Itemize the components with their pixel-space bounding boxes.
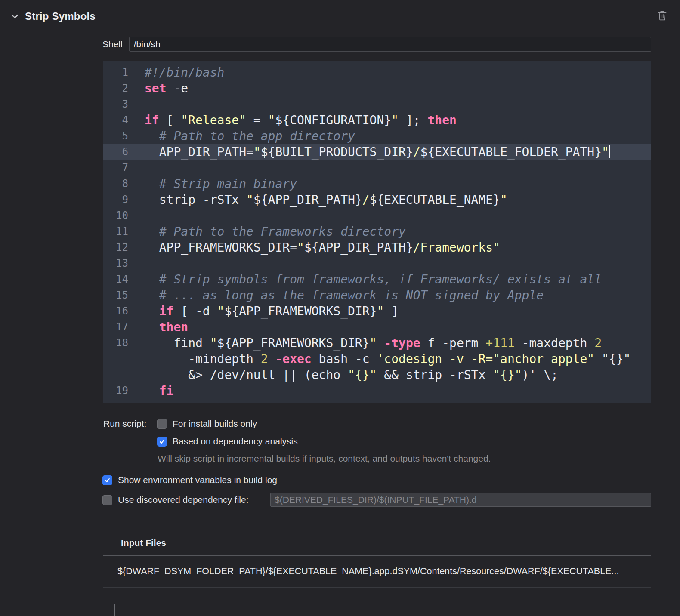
code-token — [268, 352, 275, 366]
code-token: " — [602, 145, 609, 159]
code-line[interactable]: 2set -e — [103, 80, 651, 96]
code-line[interactable]: 13 — [103, 256, 651, 271]
code-token — [145, 129, 159, 143]
code-token: = — [246, 113, 268, 127]
line-number: 13 — [103, 256, 134, 271]
code-line[interactable]: 18 find "${APP_FRAMEWORKS_DIR}" -type f … — [103, 335, 651, 351]
line-number: 18 — [103, 335, 134, 351]
code-token: 2 — [261, 352, 268, 366]
code-token: ${APP_FRAMEWORKS_DIR} — [217, 336, 370, 350]
code-token: if — [145, 113, 159, 127]
code-line[interactable]: 15 # ... as long as the framework is NOT… — [103, 287, 651, 303]
line-number: 6 — [103, 144, 134, 160]
code-token: if — [159, 304, 174, 318]
code-text — [134, 160, 145, 176]
code-token: # Strip symbols from frameworks, if Fram… — [159, 272, 602, 286]
code-line[interactable]: 12 APP_FRAMEWORKS_DIR="${APP_DIR_PATH}/F… — [103, 240, 651, 256]
code-token: 'codesign -v -R="anchor apple" — [377, 352, 594, 366]
code-token: " — [377, 304, 384, 318]
code-token: APP_DIR_PATH= — [145, 145, 253, 159]
input-files-separator-bottom — [103, 587, 651, 588]
code-token: [ — [159, 113, 181, 127]
checkbox-for-install-builds-only[interactable] — [157, 419, 167, 429]
code-token — [145, 177, 159, 191]
code-text: # Path to the app directory — [134, 128, 355, 144]
code-line[interactable]: 1#!/bin/bash — [103, 65, 651, 80]
trash-icon[interactable] — [656, 9, 668, 22]
line-number: 4 — [103, 112, 134, 128]
code-line[interactable]: 3 — [103, 96, 651, 112]
shell-input[interactable] — [129, 37, 651, 52]
checkbox-based-on-dependency-analysis[interactable] — [157, 437, 167, 447]
code-token: ${BUILT_PRODUCTS_DIR} — [261, 145, 413, 159]
dependency-analysis-row: Based on dependency analysis — [157, 436, 651, 447]
dependency-file-label: Use discovered dependency file: — [118, 495, 265, 505]
code-token: " — [253, 145, 261, 159]
code-token: "{}" — [348, 368, 377, 382]
code-text: if [ -d "${APP_FRAMEWORKS_DIR}" ] — [134, 303, 399, 319]
checkbox-use-discovered-dependency-file[interactable] — [102, 495, 112, 505]
code-token: && strip -rSTx — [377, 368, 493, 382]
line-number: 3 — [103, 96, 134, 112]
code-token — [145, 272, 159, 286]
code-token: " — [268, 113, 275, 127]
code-line[interactable]: 9 strip -rSTx "${APP_DIR_PATH}/${EXECUTA… — [103, 192, 651, 208]
code-token: -mindepth — [145, 352, 261, 366]
code-token: find — [145, 336, 210, 350]
code-token — [145, 384, 159, 398]
input-file-row[interactable]: ${DWARF_DSYM_FOLDER_PATH}/${EXECUTABLE_N… — [117, 566, 651, 577]
code-token: strip -rSTx — [145, 193, 246, 207]
code-line[interactable]: 8 # Strip main binary — [103, 176, 651, 192]
code-line[interactable]: 7 — [103, 160, 651, 176]
line-number: 12 — [103, 240, 134, 256]
code-token: bash -c — [312, 352, 377, 366]
code-token — [145, 288, 159, 302]
code-text: APP_DIR_PATH="${BUILT_PRODUCTS_DIR}/${EX… — [134, 144, 610, 160]
code-area: 1#!/bin/bash2set -e34if [ "Release" = "$… — [103, 65, 651, 399]
code-token: "{}" — [594, 352, 631, 366]
code-line[interactable]: 10 — [103, 208, 651, 224]
code-token: )' \; — [522, 368, 558, 382]
code-token: ${CONFIGURATION} — [275, 113, 391, 127]
script-editor[interactable]: 1#!/bin/bash2set -e34if [ "Release" = "$… — [103, 61, 651, 403]
code-line[interactable]: 4if [ "Release" = "${CONFIGURATION}" ]; … — [103, 112, 651, 128]
dependency-file-input[interactable] — [270, 493, 651, 507]
code-token: f -perm — [420, 336, 486, 350]
shell-label: Shell — [102, 39, 123, 49]
code-text: # Strip main binary — [134, 176, 297, 192]
code-token: +111 — [485, 336, 514, 350]
code-token: # Path to the Frameworks directory — [159, 225, 406, 239]
checkbox-show-environment-variables[interactable] — [102, 475, 112, 485]
dependency-analysis-note: Will skip script in incremental builds i… — [158, 453, 651, 464]
code-token: ] — [384, 304, 399, 318]
line-number — [103, 351, 134, 367]
code-token: &> /dev/null || (echo — [145, 368, 348, 382]
page-title: Strip Symbols — [25, 10, 96, 22]
code-line[interactable]: 16 if [ -d "${APP_FRAMEWORKS_DIR}" ] — [103, 303, 651, 319]
phase-header: Strip Symbols — [0, 0, 680, 22]
code-line[interactable]: 14 # Strip symbols from frameworks, if F… — [103, 271, 651, 287]
code-text: fi — [134, 383, 173, 399]
code-line[interactable]: -mindepth 2 -exec bash -c 'codesign -v -… — [103, 351, 651, 367]
code-token: fi — [159, 384, 174, 398]
code-line[interactable]: 17 then — [103, 319, 651, 335]
code-token: ${APP_DIR_PATH} — [253, 193, 362, 207]
code-line[interactable]: 19 fi — [103, 383, 651, 399]
code-line[interactable]: 6 APP_DIR_PATH="${BUILT_PRODUCTS_DIR}/${… — [103, 144, 651, 160]
code-token: ${EXECUTABLE_NAME} — [370, 193, 500, 207]
line-number — [103, 367, 134, 383]
line-number: 10 — [103, 208, 134, 224]
code-line[interactable]: 11 # Path to the Frameworks directory — [103, 224, 651, 240]
chevron-down-icon[interactable] — [11, 14, 19, 19]
code-token — [145, 320, 159, 334]
line-number: 17 — [103, 319, 134, 335]
code-token: ]; — [399, 113, 427, 127]
line-number: 15 — [103, 287, 134, 303]
code-text: then — [134, 319, 188, 335]
code-text: if [ "Release" = "${CONFIGURATION}" ]; t… — [134, 112, 457, 128]
code-text — [134, 96, 145, 112]
code-line[interactable]: 5 # Path to the app directory — [103, 128, 651, 144]
input-files-separator — [103, 555, 651, 556]
code-line[interactable]: &> /dev/null || (echo "{}" && strip -rST… — [103, 367, 651, 383]
code-token: -e — [167, 81, 189, 95]
